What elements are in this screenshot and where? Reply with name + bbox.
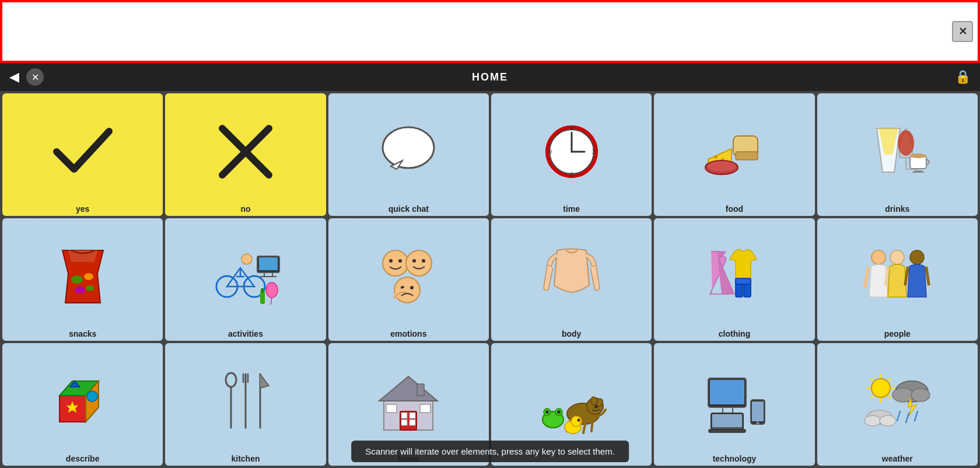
svg-point-41 (266, 282, 278, 298)
svg-point-45 (383, 250, 408, 276)
svg-point-48 (406, 250, 432, 276)
drinks-icon (820, 103, 975, 201)
svg-rect-83 (401, 413, 407, 418)
grid-cell-time[interactable]: 12 3 6 9 time (491, 93, 652, 216)
clothing-label: clothing (719, 329, 750, 338)
home-icon (331, 352, 487, 450)
grid-cell-quick-chat[interactable]: quick chat (328, 93, 489, 216)
top-bar: ✕ (0, 0, 980, 63)
grid-cell-people[interactable]: people (817, 218, 978, 341)
yes-icon (5, 103, 160, 201)
svg-line-127 (871, 396, 873, 398)
technology-icon (656, 352, 812, 450)
svg-point-21 (898, 130, 914, 156)
svg-point-119 (872, 379, 890, 397)
food-icon (656, 103, 812, 201)
svg-point-72 (226, 373, 236, 387)
describe-label: describe (66, 454, 100, 463)
grid-cell-describe[interactable]: describe (2, 343, 163, 466)
describe-icon (5, 352, 160, 450)
svg-rect-44 (261, 288, 264, 292)
svg-point-50 (422, 259, 425, 263)
grid-cell-drinks[interactable]: drinks (817, 93, 978, 216)
body-label: body (562, 329, 581, 338)
technology-label: technology (713, 454, 757, 463)
svg-line-58 (865, 268, 868, 287)
svg-rect-115 (709, 429, 746, 432)
svg-marker-81 (379, 376, 438, 401)
grid-cell-weather[interactable]: weather (817, 343, 978, 466)
grid-cell-activities[interactable]: activities (165, 218, 326, 341)
svg-text:12: 12 (568, 125, 575, 131)
back-button[interactable]: ◀ (9, 69, 19, 85)
svg-point-102 (545, 410, 549, 414)
time-label: time (563, 204, 580, 214)
svg-point-26 (71, 275, 83, 284)
grid-cell-technology[interactable]: technology (654, 343, 814, 466)
kitchen-label: kitchen (231, 454, 260, 463)
grid-cell-kitchen[interactable]: kitchen (165, 343, 326, 466)
svg-rect-37 (259, 257, 278, 270)
svg-point-57 (872, 250, 886, 264)
people-icon (820, 228, 975, 326)
svg-point-47 (398, 259, 402, 263)
cancel-button[interactable]: ✕ (26, 68, 44, 86)
quick-chat-icon (331, 103, 487, 201)
weather-label: weather (882, 454, 913, 463)
svg-line-137 (915, 411, 918, 421)
svg-line-126 (888, 378, 891, 380)
time-icon: 12 3 6 9 (494, 103, 649, 201)
grid-cell-food[interactable]: food (654, 93, 814, 216)
emotions-icon (331, 228, 487, 326)
svg-point-60 (890, 250, 904, 264)
grid-cell-yes[interactable]: yes (2, 93, 163, 216)
kitchen-icon (167, 352, 323, 450)
svg-point-133 (864, 415, 881, 426)
no-label: no (240, 204, 250, 214)
svg-rect-84 (410, 413, 415, 418)
svg-point-15 (714, 155, 718, 159)
svg-rect-43 (260, 291, 265, 304)
quick-chat-label: quick chat (388, 204, 429, 214)
svg-point-49 (412, 259, 416, 263)
svg-point-23 (910, 153, 926, 158)
svg-rect-109 (710, 380, 744, 404)
svg-text:3: 3 (592, 149, 595, 155)
grid-cell-clothing[interactable]: clothing (654, 218, 814, 341)
people-label: people (884, 329, 911, 338)
grid-cell-no[interactable]: no (165, 93, 326, 216)
no-icon (167, 103, 323, 201)
svg-text:6: 6 (570, 172, 573, 178)
close-button[interactable]: ✕ (952, 21, 973, 42)
svg-point-63 (910, 250, 924, 264)
grid-cell-emotions[interactable]: emotions (328, 218, 489, 341)
grid-cell-body[interactable]: body (491, 218, 652, 341)
lock-button[interactable]: 🔒 (955, 69, 971, 85)
svg-point-27 (84, 273, 93, 280)
svg-rect-89 (417, 384, 424, 396)
svg-point-2 (383, 127, 434, 168)
svg-point-105 (571, 416, 582, 427)
svg-point-106 (577, 419, 580, 422)
svg-rect-85 (401, 420, 407, 425)
svg-rect-13 (736, 152, 758, 160)
page-title: HOME (472, 71, 508, 83)
drinks-label: drinks (885, 204, 909, 214)
cancel-icon: ✕ (32, 72, 39, 83)
svg-point-94 (594, 405, 598, 408)
svg-line-125 (888, 396, 891, 398)
svg-text:9: 9 (548, 149, 552, 155)
svg-line-124 (871, 378, 873, 380)
svg-point-18 (708, 161, 736, 172)
activities-label: activities (228, 329, 263, 338)
food-label: food (726, 204, 743, 214)
svg-point-46 (389, 259, 393, 263)
svg-line-65 (926, 268, 929, 284)
scanner-tooltip-text: Scanner will iterate over elements, pres… (365, 446, 615, 456)
svg-point-53 (410, 286, 414, 289)
svg-line-136 (906, 413, 909, 422)
grid-cell-snacks[interactable]: snacks (2, 218, 163, 341)
scanner-tooltip: Scanner will iterate over elements, pres… (351, 441, 629, 462)
svg-rect-86 (410, 420, 415, 425)
emotions-label: emotions (390, 329, 426, 338)
